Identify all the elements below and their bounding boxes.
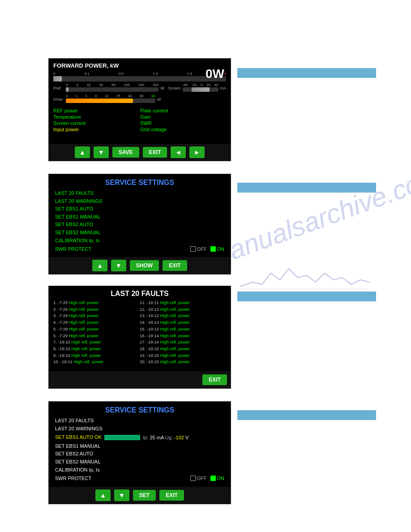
metric-grid-voltage: Grid voltage: [140, 127, 226, 132]
kw-bar: [53, 76, 226, 82]
panel3-buttons: EXIT: [49, 371, 231, 388]
metric-temperature: Temperature: [53, 114, 139, 120]
power-value: 0W: [206, 67, 224, 81]
ebs-value: Ip: 25 mA Ug: -102 V: [143, 435, 188, 440]
panel4-menu-ebs2-manual[interactable]: SET EBS2 MANUAL: [55, 458, 224, 466]
metric-screen-current: Screen current: [53, 120, 139, 126]
screen-label: Screen: [168, 86, 181, 90]
panel4-checkbox-off-icon: [190, 476, 196, 481]
fault-1: 1. -7:25 High refl. power: [53, 300, 140, 306]
panel1-save-button[interactable]: SAVE: [112, 147, 139, 158]
ma-label: mA: [220, 86, 227, 90]
pref-bar: [66, 87, 158, 92]
panel1-forward-power: FORWARD POWER, kW 0 0.1 0.5 1.0 1.6 2.4 …: [48, 58, 231, 161]
panel4-checkbox-on-icon: [210, 476, 216, 481]
toggle-on-label: ON: [217, 246, 225, 252]
faults-right-column: 11. -19:11 High refl. power 12. -19:12 H…: [140, 300, 226, 365]
drive-label: Drive: [53, 97, 66, 102]
metric-gain: Gain: [140, 114, 226, 120]
panel1-down-button[interactable]: ▼: [94, 146, 109, 158]
menu-item-ebs1-auto[interactable]: SET EBS1 AUTO: [55, 205, 224, 213]
panel4-menu-calibration[interactable]: CALIBRATION Ip, Is: [55, 466, 224, 474]
menu-item-warnings[interactable]: LAST 20 WARNINGS: [55, 197, 224, 206]
swr-protect-label: SWR PROTECT: [55, 246, 91, 252]
panel1-title: FORWARD POWER, kW: [53, 62, 226, 69]
fault-10: 10. -19:11 High refl. power: [53, 359, 140, 365]
panel4-service-settings-2: SERVICE SETTINGS LAST 20 FAULTS LAST 20 …: [48, 401, 231, 504]
swr-row: SWR PROTECT OFF ON: [55, 246, 224, 252]
ug-label: Ug:: [165, 435, 173, 440]
panel4-toggle-off[interactable]: OFF: [190, 476, 207, 481]
right-bar-1: [237, 68, 376, 78]
metric-ref-power: REF power: [53, 108, 139, 113]
panel1-exit-button[interactable]: EXIT: [143, 147, 167, 158]
faults-left-column: 1. -7:25 High refl. power 2. -7:25 High …: [53, 300, 140, 365]
panel4-up-button[interactable]: ▲: [95, 489, 111, 501]
kw-bar-fill: [53, 76, 62, 82]
graph-area: [240, 260, 369, 296]
right-bar-4: [237, 410, 376, 420]
panel2-menu: LAST 20 FAULTS LAST 20 WARNINGS SET EBS1…: [49, 189, 231, 252]
fault-12: 12. -19:12 High refl. power: [140, 306, 226, 313]
panel2-buttons: ▲ ▼ SHOW EXIT: [49, 257, 231, 274]
panel2-title: SERVICE SETTINGS: [49, 174, 231, 189]
panel4-exit-button[interactable]: EXIT: [159, 490, 184, 501]
faults-grid: 1. -7:25 High refl. power 2. -7:25 High …: [49, 300, 231, 365]
checkbox-on-icon: [210, 246, 216, 252]
screen-bar: [183, 87, 218, 92]
panel1-left-button[interactable]: ◄: [171, 146, 186, 158]
drive-w-label: W: [157, 97, 161, 102]
panel3-exit-button[interactable]: EXIT: [202, 374, 227, 385]
panel2-down-button[interactable]: ▼: [111, 260, 126, 271]
fault-7: 7. -19:10 High refl. power: [53, 339, 140, 346]
fault-9: 9. -19:10 High refl. power: [53, 352, 140, 359]
panel4-set-button[interactable]: SET: [133, 490, 156, 501]
panel4-menu-ebs2-auto[interactable]: SET EBS2 AUTO: [55, 450, 224, 458]
menu-item-faults[interactable]: LAST 20 FAULTS: [55, 189, 224, 197]
fault-11: 11. -19:11 High refl. power: [140, 300, 226, 306]
fault-6: 6. -7:29 High refl. power: [53, 333, 140, 339]
fault-8: 8. -19:10 High refl. power: [53, 346, 140, 352]
fault-3: 3. -7:29 High refl. power: [53, 313, 140, 319]
w-label: W: [160, 86, 164, 90]
metric-plate-current: Plate current: [140, 108, 226, 113]
panel1-right-button[interactable]: ►: [189, 146, 205, 158]
menu-item-calibration[interactable]: CALIBRATION Ip, Is: [55, 237, 224, 245]
metric-input-power: Input power: [53, 127, 139, 132]
panel4-swr-protect-label: SWR PROTECT: [55, 476, 91, 481]
panel2-exit-button[interactable]: EXIT: [163, 260, 187, 271]
menu-item-ebs1-manual[interactable]: SET EBS1 MANUAL: [55, 213, 224, 221]
ip-mA: 25 mA: [150, 435, 163, 440]
menu-item-ebs2-auto[interactable]: SET EBS2 AUTO: [55, 221, 224, 229]
fault-14: 14. -19:13 High refl. power: [140, 319, 226, 326]
panel4-buttons: ▲ ▼ SET EXIT: [49, 487, 231, 504]
menu-item-ebs2-manual[interactable]: SET EBS2 MANUAL: [55, 229, 224, 237]
screen-scale: -40 -20 0 20 40: [183, 83, 218, 87]
ebs-bar: [104, 435, 140, 440]
panel4-menu-warnings[interactable]: LAST 20 WARNINGS: [55, 425, 224, 433]
panel2-up-button[interactable]: ▲: [92, 260, 107, 271]
panel4-menu-ebs1-manual[interactable]: SET EBS1 MANUAL: [55, 442, 224, 450]
panel4-menu-ebs1-auto[interactable]: SET EBS1 AUTO OK: [55, 433, 102, 442]
right-bar-2: [237, 183, 376, 193]
panel1-up-button[interactable]: ▲: [75, 146, 90, 158]
fault-13: 13. -19:12 High refl. power: [140, 313, 226, 319]
fault-19: 19. -19:15 High refl. power: [140, 352, 226, 359]
panel4-menu-faults[interactable]: LAST 20 FAULTS: [55, 417, 224, 425]
kw-scale: 0 0.1 0.5 1.0 1.6 2.4: [53, 72, 226, 76]
panel3-title: LAST 20 FAULTS: [49, 286, 231, 300]
toggle-off[interactable]: OFF: [190, 246, 207, 252]
pref-label: Pref: [53, 86, 66, 90]
toggle-on[interactable]: ON: [210, 246, 225, 252]
toggle-off-label: OFF: [197, 246, 207, 252]
fault-20: 20. -19:15 High refl. power: [140, 359, 226, 365]
panel2-show-button[interactable]: SHOW: [130, 260, 159, 271]
panel4-toggle-on[interactable]: ON: [210, 476, 225, 481]
panel1-buttons: ▲ ▼ SAVE EXIT ◄ ►: [49, 144, 231, 161]
panel4-down-button[interactable]: ▼: [114, 489, 129, 501]
fault-4: 4. -7:29 High refl. power: [53, 319, 140, 326]
checkbox-off-icon: [190, 246, 196, 252]
metric-swr: SWR: [140, 120, 226, 126]
drive-bar: [66, 99, 155, 103]
metrics-grid: REF power Plate current Temperature Gain…: [53, 108, 226, 132]
